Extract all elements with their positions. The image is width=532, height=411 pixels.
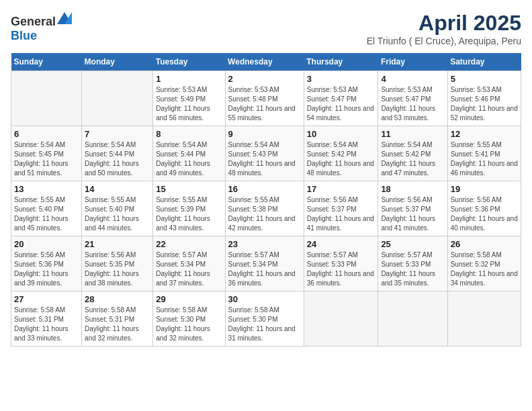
calendar-cell: 29Sunrise: 5:58 AMSunset: 5:30 PMDayligh… xyxy=(153,291,225,347)
calendar-cell: 11Sunrise: 5:54 AMSunset: 5:42 PMDayligh… xyxy=(378,126,447,181)
calendar-cell: 30Sunrise: 5:58 AMSunset: 5:30 PMDayligh… xyxy=(225,291,304,347)
header-wednesday: Wednesday xyxy=(225,53,304,71)
day-info: Sunrise: 5:53 AMSunset: 5:48 PMDaylight:… xyxy=(228,85,301,123)
header-thursday: Thursday xyxy=(304,53,378,71)
calendar-cell: 4Sunrise: 5:53 AMSunset: 5:47 PMDaylight… xyxy=(378,71,447,126)
calendar-cell: 24Sunrise: 5:57 AMSunset: 5:33 PMDayligh… xyxy=(304,236,378,291)
calendar-cell: 28Sunrise: 5:58 AMSunset: 5:31 PMDayligh… xyxy=(82,291,153,347)
day-number: 16 xyxy=(228,184,301,194)
calendar-cell: 5Sunrise: 5:53 AMSunset: 5:46 PMDaylight… xyxy=(447,71,521,126)
day-number: 3 xyxy=(307,74,375,84)
day-number: 14 xyxy=(85,184,150,194)
day-number: 30 xyxy=(228,294,301,304)
calendar-week-5: 27Sunrise: 5:58 AMSunset: 5:31 PMDayligh… xyxy=(11,291,521,347)
day-info: Sunrise: 5:54 AMSunset: 5:45 PMDaylight:… xyxy=(14,140,79,178)
calendar-cell: 2Sunrise: 5:53 AMSunset: 5:48 PMDaylight… xyxy=(225,71,304,126)
calendar-cell: 16Sunrise: 5:55 AMSunset: 5:38 PMDayligh… xyxy=(225,181,304,236)
header-tuesday: Tuesday xyxy=(153,53,225,71)
calendar-week-3: 13Sunrise: 5:55 AMSunset: 5:40 PMDayligh… xyxy=(11,181,521,236)
day-info: Sunrise: 5:55 AMSunset: 5:38 PMDaylight:… xyxy=(228,195,301,233)
calendar-cell: 23Sunrise: 5:57 AMSunset: 5:34 PMDayligh… xyxy=(225,236,304,291)
day-info: Sunrise: 5:54 AMSunset: 5:42 PMDaylight:… xyxy=(307,140,375,178)
calendar-week-4: 20Sunrise: 5:56 AMSunset: 5:36 PMDayligh… xyxy=(11,236,521,291)
day-number: 29 xyxy=(156,294,222,304)
day-info: Sunrise: 5:54 AMSunset: 5:44 PMDaylight:… xyxy=(85,140,150,178)
title-area: April 2025 El Triunfo ( El Cruce), Arequ… xyxy=(367,11,521,46)
day-info: Sunrise: 5:56 AMSunset: 5:36 PMDaylight:… xyxy=(14,250,79,288)
day-info: Sunrise: 5:53 AMSunset: 5:46 PMDaylight:… xyxy=(451,85,518,123)
calendar-cell: 7Sunrise: 5:54 AMSunset: 5:44 PMDaylight… xyxy=(82,126,153,181)
calendar-cell: 27Sunrise: 5:58 AMSunset: 5:31 PMDayligh… xyxy=(11,291,82,347)
day-number: 24 xyxy=(307,239,375,249)
day-info: Sunrise: 5:55 AMSunset: 5:41 PMDaylight:… xyxy=(451,140,518,178)
calendar-table: SundayMondayTuesdayWednesdayThursdayFrid… xyxy=(11,53,521,347)
day-info: Sunrise: 5:57 AMSunset: 5:34 PMDaylight:… xyxy=(156,250,222,288)
calendar-cell: 9Sunrise: 5:54 AMSunset: 5:43 PMDaylight… xyxy=(225,126,304,181)
day-number: 8 xyxy=(156,129,222,139)
day-info: Sunrise: 5:57 AMSunset: 5:34 PMDaylight:… xyxy=(228,250,301,288)
day-info: Sunrise: 5:55 AMSunset: 5:40 PMDaylight:… xyxy=(85,195,150,233)
day-info: Sunrise: 5:58 AMSunset: 5:31 PMDaylight:… xyxy=(14,306,79,343)
calendar-cell: 17Sunrise: 5:56 AMSunset: 5:37 PMDayligh… xyxy=(304,181,378,236)
day-info: Sunrise: 5:56 AMSunset: 5:37 PMDaylight:… xyxy=(307,195,375,233)
day-number: 18 xyxy=(381,184,444,194)
day-number: 20 xyxy=(14,239,79,249)
calendar-cell: 14Sunrise: 5:55 AMSunset: 5:40 PMDayligh… xyxy=(82,181,153,236)
day-info: Sunrise: 5:56 AMSunset: 5:35 PMDaylight:… xyxy=(85,250,150,288)
day-number: 25 xyxy=(381,239,444,249)
day-number: 21 xyxy=(85,239,150,249)
logo-general: General xyxy=(11,15,56,28)
calendar-cell: 6Sunrise: 5:54 AMSunset: 5:45 PMDaylight… xyxy=(11,126,82,181)
calendar-cell xyxy=(304,291,378,347)
day-number: 7 xyxy=(85,129,150,139)
day-info: Sunrise: 5:54 AMSunset: 5:43 PMDaylight:… xyxy=(228,140,301,178)
day-number: 19 xyxy=(451,184,518,194)
day-number: 1 xyxy=(156,74,222,84)
calendar-cell xyxy=(378,291,447,347)
day-info: Sunrise: 5:55 AMSunset: 5:39 PMDaylight:… xyxy=(156,195,222,233)
day-info: Sunrise: 5:58 AMSunset: 5:32 PMDaylight:… xyxy=(451,250,518,288)
day-number: 4 xyxy=(381,74,444,84)
day-info: Sunrise: 5:57 AMSunset: 5:33 PMDaylight:… xyxy=(307,250,375,288)
day-number: 2 xyxy=(228,74,301,84)
day-info: Sunrise: 5:56 AMSunset: 5:36 PMDaylight:… xyxy=(451,195,518,233)
calendar-cell xyxy=(11,71,82,126)
day-number: 15 xyxy=(156,184,222,194)
day-info: Sunrise: 5:55 AMSunset: 5:40 PMDaylight:… xyxy=(14,195,79,233)
day-info: Sunrise: 5:58 AMSunset: 5:30 PMDaylight:… xyxy=(156,306,222,343)
day-info: Sunrise: 5:58 AMSunset: 5:30 PMDaylight:… xyxy=(228,306,301,343)
calendar-cell xyxy=(82,71,153,126)
calendar-cell: 8Sunrise: 5:54 AMSunset: 5:44 PMDaylight… xyxy=(153,126,225,181)
calendar-cell: 25Sunrise: 5:57 AMSunset: 5:33 PMDayligh… xyxy=(378,236,447,291)
day-info: Sunrise: 5:54 AMSunset: 5:42 PMDaylight:… xyxy=(381,140,444,178)
day-number: 5 xyxy=(451,74,518,84)
day-number: 27 xyxy=(14,294,79,304)
day-info: Sunrise: 5:57 AMSunset: 5:33 PMDaylight:… xyxy=(381,250,444,288)
day-info: Sunrise: 5:53 AMSunset: 5:47 PMDaylight:… xyxy=(307,85,375,123)
day-number: 6 xyxy=(14,129,79,139)
calendar-week-1: 1Sunrise: 5:53 AMSunset: 5:49 PMDaylight… xyxy=(11,71,521,126)
calendar-cell: 20Sunrise: 5:56 AMSunset: 5:36 PMDayligh… xyxy=(11,236,82,291)
day-number: 10 xyxy=(307,129,375,139)
logo-text: General Blue xyxy=(11,11,72,43)
page-subtitle: El Triunfo ( El Cruce), Arequipa, Peru xyxy=(367,36,521,46)
logo-triangle-icon xyxy=(57,11,72,26)
calendar-cell: 21Sunrise: 5:56 AMSunset: 5:35 PMDayligh… xyxy=(82,236,153,291)
logo: General Blue xyxy=(11,11,72,43)
day-number: 22 xyxy=(156,239,222,249)
page-title: April 2025 xyxy=(367,11,521,36)
calendar-cell: 15Sunrise: 5:55 AMSunset: 5:39 PMDayligh… xyxy=(153,181,225,236)
calendar-cell: 12Sunrise: 5:55 AMSunset: 5:41 PMDayligh… xyxy=(447,126,521,181)
day-number: 12 xyxy=(451,129,518,139)
calendar-cell: 18Sunrise: 5:56 AMSunset: 5:37 PMDayligh… xyxy=(378,181,447,236)
day-number: 23 xyxy=(228,239,301,249)
calendar-cell: 3Sunrise: 5:53 AMSunset: 5:47 PMDaylight… xyxy=(304,71,378,126)
day-number: 28 xyxy=(85,294,150,304)
calendar-cell: 1Sunrise: 5:53 AMSunset: 5:49 PMDaylight… xyxy=(153,71,225,126)
day-number: 13 xyxy=(14,184,79,194)
header-saturday: Saturday xyxy=(447,53,521,71)
day-info: Sunrise: 5:53 AMSunset: 5:49 PMDaylight:… xyxy=(156,85,222,123)
calendar-cell: 19Sunrise: 5:56 AMSunset: 5:36 PMDayligh… xyxy=(447,181,521,236)
header-friday: Friday xyxy=(378,53,447,71)
calendar-cell: 22Sunrise: 5:57 AMSunset: 5:34 PMDayligh… xyxy=(153,236,225,291)
